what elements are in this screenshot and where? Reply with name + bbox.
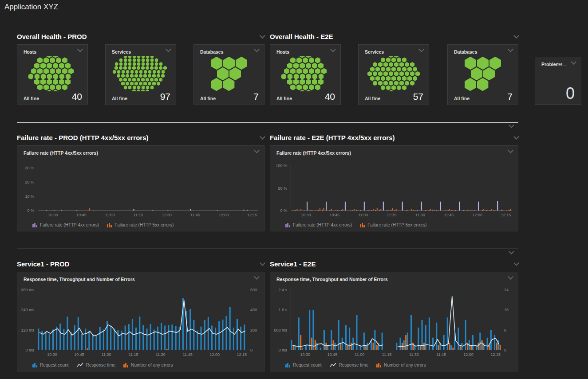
- legend-item[interactable]: Failure rate (HTTP 5xx errors): [360, 223, 426, 227]
- chevron-down-icon[interactable]: [509, 249, 514, 254]
- healthy-hexagon-icon[interactable]: [410, 81, 414, 86]
- healthy-hexagon-icon[interactable]: [306, 90, 311, 91]
- healthy-hexagon-icon[interactable]: [146, 86, 150, 90]
- healthy-hexagon-icon[interactable]: [157, 74, 160, 78]
- failure-e2e-plot-area[interactable]: [291, 164, 512, 211]
- healthy-hexagon-icon[interactable]: [132, 66, 136, 70]
- problems-tile[interactable]: Problems 0: [535, 57, 581, 105]
- healthy-hexagon-icon[interactable]: [137, 90, 140, 92]
- healthy-hexagon-icon[interactable]: [139, 74, 142, 78]
- healthy-hexagon-icon[interactable]: [300, 74, 305, 80]
- healthy-hexagon-icon[interactable]: [128, 66, 131, 70]
- services-honeycomb[interactable]: [109, 56, 172, 91]
- databases-honeycomb[interactable]: [197, 56, 260, 91]
- healthy-hexagon-icon[interactable]: [130, 82, 134, 86]
- healthy-hexagon-icon[interactable]: [133, 58, 136, 62]
- healthy-hexagon-icon[interactable]: [155, 62, 158, 66]
- chevron-down-icon[interactable]: [254, 274, 260, 280]
- legend-item[interactable]: Response time: [77, 363, 116, 367]
- healthy-hexagon-icon[interactable]: [306, 74, 311, 80]
- healthy-hexagon-icon[interactable]: [146, 66, 149, 70]
- health-tile-databases-e2e[interactable]: Databases All fine 7: [447, 44, 518, 105]
- failure-prod-plot-area[interactable]: [38, 164, 258, 211]
- healthy-hexagon-icon[interactable]: [162, 70, 165, 74]
- healthy-hexagon-icon[interactable]: [148, 74, 151, 78]
- healthy-hexagon-icon[interactable]: [154, 66, 158, 70]
- hosts-honeycomb[interactable]: [274, 56, 337, 91]
- healthy-hexagon-icon[interactable]: [148, 82, 151, 86]
- healthy-hexagon-icon[interactable]: [381, 85, 385, 90]
- healthy-hexagon-icon[interactable]: [128, 86, 132, 90]
- health-tile-hosts-prod[interactable]: Hosts All fine 40: [17, 44, 88, 105]
- healthy-hexagon-icon[interactable]: [143, 82, 147, 86]
- legend-item[interactable]: Failure rate (HTTP 4xx errors): [285, 223, 352, 227]
- healthy-hexagon-icon[interactable]: [159, 66, 162, 70]
- healthy-hexagon-icon[interactable]: [65, 74, 71, 80]
- chevron-down-icon[interactable]: [508, 148, 513, 153]
- healthy-hexagon-icon[interactable]: [155, 58, 158, 62]
- healthy-hexagon-icon[interactable]: [150, 78, 154, 82]
- legend-item[interactable]: Number of any errors: [376, 363, 426, 367]
- healthy-hexagon-icon[interactable]: [126, 74, 129, 78]
- service-prod-chart[interactable]: 360 ms240 ms120 ms0 ms600400200010:3010:…: [17, 285, 264, 361]
- healthy-hexagon-icon[interactable]: [115, 62, 118, 66]
- healthy-hexagon-icon[interactable]: [141, 90, 145, 92]
- healthy-hexagon-icon[interactable]: [126, 70, 130, 74]
- healthy-hexagon-icon[interactable]: [134, 82, 138, 86]
- failure-prod-chart[interactable]: 30 %20 %10 %0 %10:3010:4511:0011:1511:30…: [17, 159, 264, 221]
- healthy-hexagon-icon[interactable]: [146, 78, 149, 82]
- healthy-hexagon-icon[interactable]: [121, 82, 125, 86]
- healthy-hexagon-icon[interactable]: [122, 70, 125, 74]
- healthy-hexagon-icon[interactable]: [141, 66, 145, 70]
- healthy-hexagon-icon[interactable]: [114, 66, 118, 70]
- healthy-hexagon-icon[interactable]: [128, 78, 131, 82]
- healthy-hexagon-icon[interactable]: [126, 82, 129, 86]
- healthy-hexagon-icon[interactable]: [137, 78, 140, 82]
- healthy-hexagon-icon[interactable]: [117, 74, 120, 78]
- healthy-hexagon-icon[interactable]: [47, 74, 52, 80]
- healthy-hexagon-icon[interactable]: [123, 78, 127, 82]
- healthy-hexagon-icon[interactable]: [150, 66, 154, 70]
- service-prod-plot-area[interactable]: [38, 290, 247, 350]
- healthy-hexagon-icon[interactable]: [315, 84, 320, 90]
- healthy-hexagon-icon[interactable]: [143, 74, 147, 78]
- healthy-hexagon-icon[interactable]: [130, 70, 134, 74]
- healthy-hexagon-icon[interactable]: [124, 58, 127, 62]
- healthy-hexagon-icon[interactable]: [389, 90, 394, 91]
- legend-item[interactable]: Request count: [32, 363, 69, 367]
- healthy-hexagon-icon[interactable]: [124, 86, 127, 90]
- chevron-down-icon[interactable]: [166, 47, 171, 52]
- chevron-down-icon[interactable]: [77, 47, 83, 52]
- healthy-hexagon-icon[interactable]: [53, 90, 58, 91]
- healthy-hexagon-icon[interactable]: [113, 70, 116, 74]
- healthy-hexagon-icon[interactable]: [293, 74, 299, 80]
- healthy-hexagon-icon[interactable]: [150, 86, 154, 90]
- healthy-hexagon-icon[interactable]: [161, 74, 165, 78]
- healthy-hexagon-icon[interactable]: [117, 70, 121, 74]
- healthy-hexagon-icon[interactable]: [123, 66, 127, 70]
- healthy-hexagon-icon[interactable]: [211, 78, 222, 91]
- healthy-hexagon-icon[interactable]: [159, 78, 162, 82]
- chart-tile-service-prod[interactable]: Response time, Throughput and Number of …: [17, 272, 264, 371]
- healthy-hexagon-icon[interactable]: [402, 85, 406, 90]
- healthy-hexagon-icon[interactable]: [40, 74, 46, 80]
- healthy-hexagon-icon[interactable]: [137, 58, 141, 62]
- chevron-down-icon[interactable]: [254, 148, 260, 153]
- healthy-hexagon-icon[interactable]: [159, 62, 163, 66]
- healthy-hexagon-icon[interactable]: [318, 74, 324, 80]
- healthy-hexagon-icon[interactable]: [146, 62, 150, 66]
- health-tile-services-e2e[interactable]: Services All fine 57: [358, 44, 429, 105]
- chevron-down-icon[interactable]: [260, 134, 265, 140]
- healthy-hexagon-icon[interactable]: [37, 84, 43, 90]
- healthy-hexagon-icon[interactable]: [135, 70, 138, 74]
- chevron-down-icon[interactable]: [513, 134, 519, 140]
- chevron-down-icon[interactable]: [571, 59, 576, 65]
- healthy-hexagon-icon[interactable]: [477, 78, 489, 91]
- healthy-hexagon-icon[interactable]: [300, 90, 305, 91]
- healthy-hexagon-icon[interactable]: [465, 78, 476, 91]
- legend-item[interactable]: Number of any errors: [123, 363, 173, 367]
- healthy-hexagon-icon[interactable]: [146, 58, 150, 62]
- service-e2e-plot-area[interactable]: [291, 290, 501, 350]
- healthy-hexagon-icon[interactable]: [133, 86, 136, 90]
- healthy-hexagon-icon[interactable]: [128, 58, 132, 62]
